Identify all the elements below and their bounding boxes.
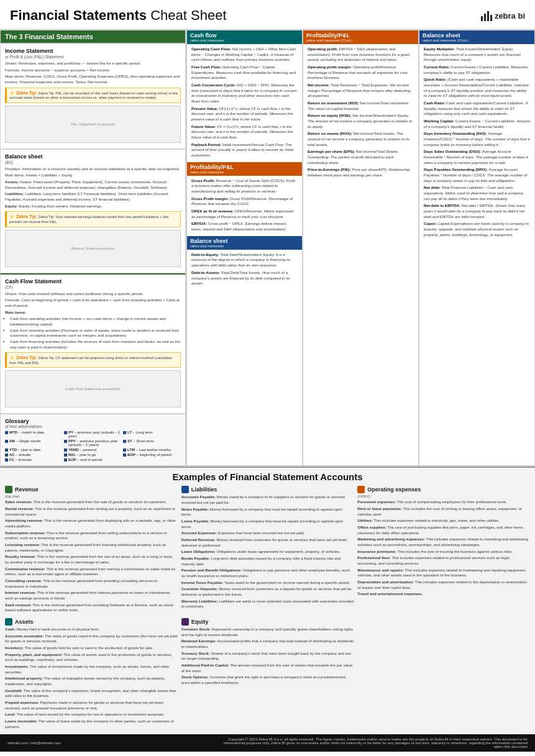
logo-text: zebra bi — [495, 11, 525, 20]
bs-left-title: Balance sheet — [5, 153, 181, 160]
glossary-grid: MTD – month to date PY – previous year (… — [5, 430, 181, 462]
asset-9: Land: The value of land owned by the com… — [5, 712, 178, 717]
bs-tip: ⚡ Zebra Tip: Zebra Tip: Your retained ea… — [5, 211, 181, 227]
pl-cont-3: Net income: Total Revenues − Total Expen… — [308, 83, 414, 99]
cashflow-ratios-body: Operating Cash Flow: Net income + D&A + … — [191, 47, 298, 158]
pl-ratio-3: OPEX as % of revenue: OPEX/Revenue. Metr… — [191, 209, 298, 219]
cashflow-ratios-title: Cash flow — [190, 32, 299, 39]
assets-icon — [5, 618, 12, 626]
liab-3: Loans Payable: Money borrowed by a compa… — [181, 519, 354, 529]
eq-4: Additional Paid-In Capital: The amount r… — [181, 663, 354, 673]
gloss-bop: BOP – beginning of period — [123, 453, 181, 457]
gloss-sm: SM – Single month — [5, 439, 63, 447]
bs-right-header: Balance sheet ratios and measures (Cont.… — [419, 30, 534, 44]
three-statements-title: The 3 Financial Statements — [5, 33, 181, 40]
rev-2: Rental revenue: This is the revenue gene… — [5, 506, 178, 517]
income-statement-screenshot: P&L Statement screenshot — [5, 106, 181, 143]
rev-1: Sales revenue: This is the revenue gener… — [5, 499, 178, 505]
profitability-title: Profitability/P&L — [190, 164, 299, 170]
examples-section: Examples of Financial Statement Accounts… — [0, 467, 535, 734]
assets-body: Cash: Money held in bank accounts or in … — [5, 627, 178, 729]
bs-measures-body: Debt-to-Equity: Total Debt/Shareholders'… — [191, 252, 298, 286]
profitability-section: Profitability/P&L ratios and measures Gr… — [191, 162, 298, 232]
liab-6: Lease Obligations: Obligations under lea… — [181, 549, 354, 555]
equity-body: Common Stock: Represents ownership in a … — [181, 627, 354, 686]
gloss-eop: EOP – end of period — [64, 458, 122, 462]
cf-ratio-6: Payback Period: Initial investment/Annua… — [191, 142, 298, 158]
gloss-ac: AC – actuals — [5, 453, 63, 457]
bs-left-subtitle: (BS) — [5, 160, 181, 165]
assets-column: Assets Cash: Money held in bank accounts… — [5, 618, 178, 731]
revenue-column: Revenue (top line) Sales revenue: This i… — [5, 486, 178, 614]
opex-2: Rent or lease payments: This includes th… — [357, 506, 530, 517]
pl-ratio-2: Gross Profit margin: Gross Profit/Revenu… — [191, 196, 298, 207]
rev-6: Royalty revenue: This is the revenue gen… — [5, 554, 178, 565]
gloss-fc: FC – forecast — [5, 458, 63, 462]
opex-7: Professional fees: This includes expense… — [357, 555, 530, 566]
pl-cont-7: Earnings per share (EPS): Net income/Tot… — [308, 149, 414, 165]
gloss-st: ST – Short-term — [123, 439, 181, 447]
bs-provides: Provides: Information on a resource (ass… — [5, 166, 181, 172]
profitability-cont-header: Profitability/P&L ratios and measures (C… — [303, 30, 418, 44]
page-header: Financial Statements Cheat Sheet zebra b… — [0, 0, 535, 30]
bs-right-4: Cash Ratio: Cash and cash equivalents/Cu… — [424, 101, 530, 117]
pl-ratio-4: EBITDA: Gross profit − OPEX. Earnings be… — [191, 221, 298, 232]
rev-10: SaaS revenue: This is the revenue genera… — [5, 603, 178, 613]
cashflow-ratios-sub: ratios and measures — [190, 39, 299, 42]
equity-title: Equity — [191, 619, 209, 625]
asset-10: Loans receivable: The value of loans mad… — [5, 719, 178, 729]
equity-header: Equity — [181, 618, 354, 626]
opex-5: Marketing and advertising expenses: This… — [357, 537, 530, 547]
income-shows: Shows: Revenues, expenses, and profit/lo… — [5, 61, 181, 66]
liab-9: Income Taxes Payable: Taxes owed to the … — [181, 580, 354, 586]
asset-3: Inventory: The value of goods held for s… — [5, 645, 178, 651]
liabilities-column: Liabilities Accounts Payable: Money owed… — [181, 486, 354, 614]
pl-cont-8: Price-to-Earnings (P/E): Price per share… — [308, 167, 414, 178]
cf-item2: Cash from investing activities (Purchase… — [10, 328, 181, 339]
income-statement-section: Income Statement or Profit & Loss (P&L) … — [0, 43, 186, 149]
equity-icon — [181, 618, 189, 626]
cashflow-screenshot: Cash Flow Statement screenshot — [5, 370, 181, 408]
assets-header: Assets — [5, 618, 178, 626]
gloss-rtg: RtG – year to go — [64, 453, 122, 457]
three-statements-header: The 3 Financial Statements — [0, 30, 186, 43]
income-subtitle: or Profit & Loss (P&L) Statement — [5, 55, 181, 59]
examples-bottom-empty — [357, 618, 530, 731]
bs-right-9: Net debt: Total Financial Liabilities − … — [424, 185, 530, 201]
opex-column: Operating expenses (OPEX) Personnel expe… — [357, 486, 530, 614]
footer-right: Copyright © 2023 Zebra BI d.o.o. all rig… — [217, 737, 528, 749]
profitability-header: Profitability/P&L ratios and measures — [187, 162, 302, 176]
cf-title: Cash Flow Statement — [5, 278, 181, 285]
liab-11: Warranty Liabilities: Liabilities set as… — [181, 599, 354, 609]
revenue-title: Revenue — [15, 486, 39, 493]
opex-4: Office supplies: The cost of purchasing … — [357, 525, 530, 535]
income-main-items: Main items: Revenue, COGS, Gross Profit,… — [5, 74, 181, 84]
pl-cont-1: Operating profit: EBITDA − D&A (deprecia… — [308, 47, 414, 63]
bs-right-1: Equity Multiplier: Total Assets/Sharehol… — [424, 47, 530, 63]
asset-5: Investments: The value of investments ma… — [5, 664, 178, 675]
liab-1: Accounts Payable: Money owed by a compan… — [181, 494, 354, 505]
opex-8: Maintenance and repairs: This includes e… — [357, 568, 530, 578]
bs-right-7: Days Sales Outstanding (DSO): Average Ac… — [424, 149, 530, 165]
bs-right-3: Quick Ratio: (Cash and cash equivalents … — [424, 77, 530, 99]
income-title: Income Statement — [5, 48, 181, 54]
rev-3: Advertising revenue: This is the revenue… — [5, 518, 178, 529]
bs-liabilities: Liabilities: Long-term liabilities (LT F… — [5, 191, 168, 201]
profitability-cont-body: Operating profit: EBITDA − D&A (deprecia… — [308, 47, 414, 178]
rev-7: Commission revenue: This is the revenue … — [5, 567, 178, 577]
cf-item1: Cash from operating activities (net inco… — [10, 316, 181, 327]
balance-sheet-screenshot: Balance Sheet screenshot — [5, 230, 181, 267]
pl-cont-5: Return on equity (ROE): Net income/Share… — [308, 113, 414, 129]
glossary-subtitle: of time abbreviations — [5, 424, 181, 429]
cf-tip-icon: ⚡ Zebra Tip: — [9, 355, 39, 360]
opex-10: Travel and entertainment expenses. — [357, 591, 530, 597]
cf-ratio-1: Operating Cash Flow: Net income + D&A + … — [191, 47, 298, 63]
opex-9: Depreciation and amortization: This incl… — [357, 580, 530, 590]
left-column: The 3 Financial Statements Income Statem… — [0, 30, 186, 466]
cf-ratio-4: Present Value: CF/(1+r)^n, where CF is c… — [191, 106, 298, 122]
bs-formula: Main items: Assets = Liabilities + Equit… — [5, 173, 181, 178]
income-body: Shows: Revenues, expenses, and profit/lo… — [5, 61, 181, 103]
balance-sheet-left-section: Balance sheet (BS) Provides: Information… — [0, 149, 186, 273]
equity-column: Equity Common Stock: Represents ownershi… — [181, 618, 354, 731]
footer-left: zebrabi.com | info@zebrabi.com — [7, 741, 61, 745]
